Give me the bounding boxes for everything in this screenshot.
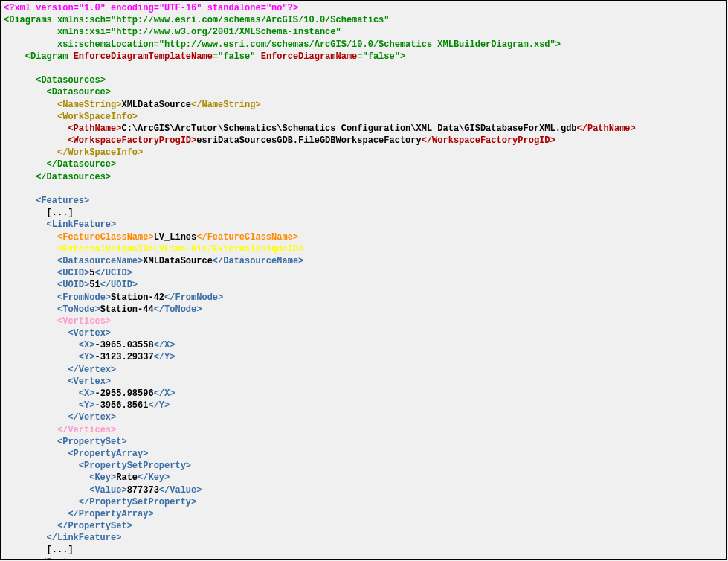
xml-line: <UCID>5</UCID> <box>4 267 723 279</box>
t: <Datasource> <box>47 87 111 97</box>
t: <Diagrams <box>4 15 52 25</box>
xml-line: </Vertices> <box>4 424 723 436</box>
xml-line: <Value>877373</Value> <box>4 484 723 496</box>
xml-line: xsi:schemaLocation="http://www.esri.com/… <box>4 39 723 51</box>
t: </LinkFeature> <box>47 533 122 543</box>
xml-line: <PathName>C:\ArcGIS\ArcTutor\Schematics\… <box>4 123 723 135</box>
t: "false" <box>218 51 255 62</box>
t: ?> <box>288 3 298 13</box>
t: encoding <box>111 3 154 13</box>
t: Station-42 <box>111 292 164 303</box>
xml-line: </Vertex> <box>4 411 723 423</box>
t: </Y> <box>148 400 170 411</box>
t: </FeatureClassName> <box>196 232 298 243</box>
t: <Vertex> <box>68 328 111 339</box>
xml-line: <DatasourceName>XMLDataSource</Datasourc… <box>4 255 723 267</box>
t: "UTF-16" <box>159 3 202 13</box>
t: <Y> <box>79 400 95 411</box>
xml-line: <WorkspaceFactoryProgID>esriDataSourcesG… <box>4 135 723 147</box>
t: </Features> <box>36 557 94 560</box>
xml-line: <PropertySetProperty> <box>4 460 723 472</box>
t: </DatasourceName> <box>213 256 303 266</box>
xml-line: <ExternalUniqueID>LVLine-51</ExternalUni… <box>4 243 723 255</box>
xml-line: </Datasources> <box>4 171 723 183</box>
xml-line: <FromNode>Station-42</FromNode> <box>4 292 723 304</box>
t: xmlns:xsi <box>57 27 106 37</box>
t: </ToNode> <box>154 304 202 315</box>
t: <ExternalUniqueID>LVLine-51</ExternalUni… <box>57 244 303 254</box>
xml-line: <LinkFeature> <box>4 219 723 231</box>
xml-code-view: <?xml version="1.0" encoding="UTF-16" st… <box>0 0 727 560</box>
t: "http://www.w3.org/2001/XMLSchema-instan… <box>111 27 341 37</box>
t: <Y> <box>79 352 95 362</box>
xml-line: <X>-2955.98596</X> <box>4 388 723 400</box>
xml-line: <ToNode>Station-44</ToNode> <box>4 304 723 315</box>
xml-line: </PropertyArray> <box>4 508 723 520</box>
t: <LinkFeature> <box>47 219 117 230</box>
t: <X> <box>79 340 95 350</box>
xml-line: </PropertySet> <box>4 520 723 532</box>
xml-line: <X>-3965.03558</X> <box>4 339 723 351</box>
t: <ToNode> <box>57 304 100 315</box>
xml-line: <?xml version="1.0" encoding="UTF-16" st… <box>4 2 723 14</box>
t: XMLDataSource <box>143 256 213 266</box>
t: </Vertex> <box>68 412 116 423</box>
t: <Features> <box>36 196 89 206</box>
t: -3956.8561 <box>94 400 148 411</box>
t: </Datasources> <box>36 172 111 182</box>
t: > <box>400 51 405 62</box>
t: Rate <box>116 472 138 483</box>
t: </Key> <box>138 472 170 483</box>
t: <PathName> <box>68 124 121 134</box>
t: </UCID> <box>94 268 132 278</box>
t: [...] <box>47 208 74 218</box>
t: xmlns:sch <box>57 15 106 25</box>
t: -2955.98596 <box>94 388 153 399</box>
xml-line: <PropertySet> <box>4 436 723 448</box>
xml-line: <Y>-3123.29337</Y> <box>4 351 723 363</box>
t: <PropertySetProperty> <box>79 461 191 471</box>
t: <Vertices> <box>57 316 111 327</box>
t: </NameString> <box>191 100 261 110</box>
t: EnforceDiagramName <box>261 51 358 62</box>
t: <PropertySet> <box>57 437 127 447</box>
t: </X> <box>154 388 175 399</box>
xml-line: <PropertyArray> <box>4 448 723 460</box>
xml-line: <FeatureClassName>LV_Lines</FeatureClass… <box>4 231 723 243</box>
xml-line: </LinkFeature> <box>4 532 723 544</box>
t: <UOID> <box>57 280 89 290</box>
t: > <box>555 39 561 50</box>
t: "http://www.esri.com/schemas/ArcGIS/10.0… <box>111 15 389 25</box>
t: <WorkspaceFactoryProgID> <box>68 135 196 146</box>
t: "1.0" <box>79 3 106 13</box>
xml-line: <WorkSpaceInfo> <box>4 111 723 123</box>
t: <UCID> <box>57 268 89 278</box>
t: </PropertySet> <box>57 521 132 531</box>
t: </Datasource> <box>47 159 117 170</box>
t: "no" <box>266 3 288 13</box>
t: 51 <box>89 280 100 290</box>
t: -3965.03558 <box>94 340 153 350</box>
t: -3123.29337 <box>94 352 153 362</box>
t: [...] <box>47 545 74 555</box>
xml-line: </Features> <box>4 557 723 560</box>
t: </WorkspaceFactoryProgID> <box>422 135 555 146</box>
t: <Vertex> <box>68 376 111 387</box>
xml-line: <NameString>XMLDataSource</NameString> <box>4 99 723 111</box>
xml-line: <Vertex> <box>4 376 723 388</box>
t: XMLDataSource <box>121 100 191 110</box>
t: esriDataSourcesGDB.FileGDBWorkspaceFacto… <box>196 135 421 146</box>
t: "http://www.esri.com/schemas/ArcGIS/10.0… <box>159 39 555 50</box>
t: <Diagram <box>25 51 68 62</box>
xml-line: <Vertices> <box>4 315 723 327</box>
t: <?xml <box>4 3 30 13</box>
xml-line: </WorkSpaceInfo> <box>4 147 723 158</box>
t: <FeatureClassName> <box>57 232 154 243</box>
t: EnforceDiagramTemplateName <box>74 51 213 62</box>
xml-line: <Vertex> <box>4 327 723 339</box>
t: <Datasources> <box>36 75 106 86</box>
t: </Vertex> <box>68 365 116 375</box>
t: xsi:schemaLocation <box>57 39 154 50</box>
t: Station-44 <box>100 304 154 315</box>
xml-line: <Diagram EnforceDiagramTemplateName="fal… <box>4 51 723 62</box>
